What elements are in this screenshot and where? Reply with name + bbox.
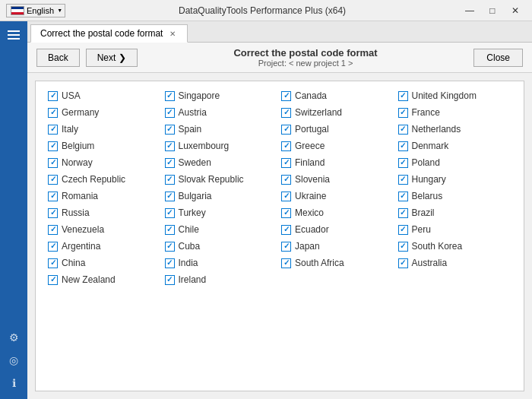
target-icon[interactable]: ◎: [5, 352, 22, 369]
country-checkbox[interactable]: [48, 275, 58, 285]
country-checkbox[interactable]: [48, 175, 58, 185]
country-checkbox[interactable]: [281, 125, 291, 135]
country-checkbox[interactable]: [398, 225, 408, 235]
country-checkbox[interactable]: [398, 141, 408, 151]
country-checkbox[interactable]: [48, 158, 58, 168]
country-checkbox[interactable]: [398, 242, 408, 252]
country-checkbox[interactable]: [398, 125, 408, 135]
country-checkbox[interactable]: [165, 275, 175, 285]
list-item: Venezuela: [48, 224, 162, 235]
country-checkbox[interactable]: [281, 175, 291, 185]
country-label: Bulgaria: [179, 191, 212, 201]
list-item: New Zealand: [48, 274, 162, 285]
country-checkbox[interactable]: [48, 208, 58, 218]
countries-panel: USASingaporeCanadaUnited KingdomGermanyA…: [35, 81, 524, 391]
country-checkbox[interactable]: [165, 242, 175, 252]
country-label: Venezuela: [62, 224, 104, 235]
list-item: Finland: [281, 157, 395, 168]
country-checkbox[interactable]: [281, 141, 291, 151]
country-checkbox[interactable]: [165, 108, 175, 118]
country-label: Finland: [295, 157, 325, 168]
country-checkbox[interactable]: [398, 91, 408, 101]
country-checkbox[interactable]: [48, 91, 58, 101]
list-item: Germany: [48, 107, 162, 118]
country-checkbox[interactable]: [165, 192, 175, 201]
sidebar-bottom-icons: ⚙ ◎ ℹ: [5, 329, 22, 391]
country-checkbox[interactable]: [281, 225, 291, 235]
country-checkbox[interactable]: [48, 225, 58, 235]
window-controls: — □ ✕: [459, 3, 526, 18]
country-checkbox[interactable]: [398, 158, 408, 168]
country-checkbox[interactable]: [48, 125, 58, 135]
country-checkbox[interactable]: [281, 258, 291, 268]
list-item: Argentina: [48, 241, 162, 252]
country-checkbox[interactable]: [281, 91, 291, 101]
country-label: New Zealand: [62, 274, 116, 285]
maximize-button[interactable]: □: [482, 3, 503, 18]
country-checkbox[interactable]: [281, 208, 291, 218]
flag-icon: [11, 6, 24, 15]
country-checkbox[interactable]: [48, 192, 58, 201]
info-icon[interactable]: ℹ: [5, 375, 22, 391]
back-button[interactable]: Back: [36, 49, 80, 67]
country-label: Ukraine: [295, 191, 326, 201]
list-item: Belgium: [48, 141, 162, 151]
list-item: Mexico: [281, 207, 395, 218]
country-checkbox[interactable]: [281, 108, 291, 118]
list-item: Hungary: [398, 174, 512, 185]
country-checkbox[interactable]: [398, 108, 408, 118]
country-label: Belarus: [412, 191, 443, 201]
country-checkbox[interactable]: [398, 208, 408, 218]
title-bar: English DataQualityTools Performance Plu…: [0, 0, 532, 21]
country-checkbox[interactable]: [398, 258, 408, 268]
window-close-button[interactable]: ✕: [505, 3, 526, 18]
country-label: United Kingdom: [412, 90, 477, 101]
country-checkbox[interactable]: [165, 208, 175, 218]
country-label: Turkey: [179, 207, 206, 218]
country-checkbox[interactable]: [165, 91, 175, 101]
language-label: English: [27, 6, 54, 15]
tab-close-button[interactable]: ✕: [167, 28, 178, 39]
list-item: Norway: [48, 157, 162, 168]
country-label: Belgium: [62, 141, 94, 151]
country-checkbox[interactable]: [398, 175, 408, 185]
country-label: Chile: [179, 224, 199, 235]
close-button[interactable]: Close: [473, 49, 523, 67]
country-checkbox[interactable]: [48, 108, 58, 118]
country-checkbox[interactable]: [165, 258, 175, 268]
country-label: Peru: [412, 224, 431, 235]
sidebar-menu-button[interactable]: [3, 26, 24, 44]
country-checkbox[interactable]: [281, 192, 291, 201]
toolbar-title: Correct the postal code format Project: …: [144, 47, 468, 68]
country-label: Argentina: [62, 241, 100, 252]
language-selector[interactable]: English: [6, 4, 65, 17]
gear-icon[interactable]: ⚙: [5, 329, 22, 346]
list-item: Czech Republic: [48, 174, 162, 185]
menu-line-2: [8, 34, 20, 36]
country-checkbox[interactable]: [165, 141, 175, 151]
country-checkbox[interactable]: [165, 225, 175, 235]
postal-code-tab[interactable]: Correct the postal code format ✕: [30, 24, 188, 43]
list-item: Russia: [48, 207, 162, 218]
country-checkbox[interactable]: [165, 158, 175, 168]
country-label: Australia: [412, 258, 448, 268]
list-item: Austria: [165, 107, 279, 118]
country-checkbox[interactable]: [165, 125, 175, 135]
country-checkbox[interactable]: [48, 141, 58, 151]
country-checkbox[interactable]: [48, 258, 58, 268]
country-label: Canada: [295, 90, 327, 101]
country-checkbox[interactable]: [398, 192, 408, 201]
country-checkbox[interactable]: [165, 175, 175, 185]
country-label: India: [179, 258, 198, 268]
country-label: Slovak Republic: [179, 174, 244, 185]
list-item: Luxembourg: [165, 141, 279, 151]
country-label: Austria: [179, 107, 207, 118]
next-button[interactable]: Next ❯: [86, 49, 138, 67]
country-checkbox[interactable]: [281, 158, 291, 168]
country-label: France: [412, 107, 440, 118]
list-item: Peru: [398, 224, 512, 235]
country-checkbox[interactable]: [281, 242, 291, 252]
country-label: Ecuador: [295, 224, 329, 235]
country-checkbox[interactable]: [48, 242, 58, 252]
minimize-button[interactable]: —: [459, 3, 480, 18]
